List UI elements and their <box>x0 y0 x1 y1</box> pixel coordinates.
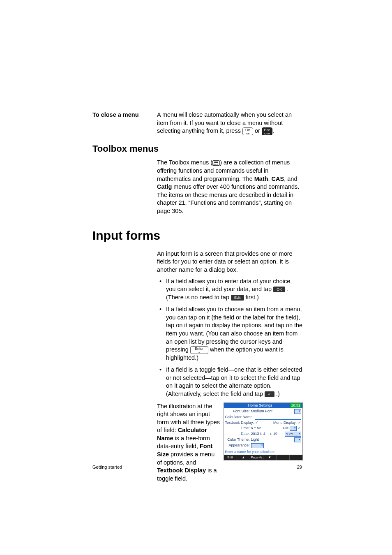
time-h: 6 <box>251 426 253 430</box>
calc-clock: 18:52 <box>290 403 301 408</box>
bullet-2: If a field allows you to choose an item … <box>157 305 303 362</box>
pm-label: PM <box>283 426 289 430</box>
appear-label: Appearance: <box>225 443 251 448</box>
pm-check[interactable]: ✓ <box>298 426 301 430</box>
menu-edit[interactable]: Edit <box>224 455 237 460</box>
color-dd[interactable] <box>294 437 301 442</box>
calc-name-field[interactable] <box>255 415 301 420</box>
heading-input-forms: Input forms <box>92 227 302 244</box>
pm-dd[interactable] <box>290 426 297 431</box>
time-sep: :: 52 <box>254 426 261 430</box>
font-size-value: Medium Font <box>251 409 294 414</box>
menu-disp-label: Menu Display: <box>273 421 298 425</box>
footer-left: Getting started <box>92 464 122 470</box>
calc-menu-bar: Edit ▲ Page ²⁄₄ ▼ <box>224 455 302 460</box>
calc-screenshot: Home Settings 18:52 Font Size: Medium Fo… <box>224 402 303 460</box>
illustration-row: The illustration at the right shows an i… <box>157 402 303 483</box>
menu-blank2[interactable] <box>290 455 302 460</box>
key-esc: Esc Clear <box>262 127 272 135</box>
calc-titlebar: Home Settings 18:52 <box>224 403 302 408</box>
period: . <box>272 127 274 134</box>
softkey-check: ✓ <box>265 391 274 397</box>
menu-blank1[interactable] <box>277 455 290 460</box>
date-s1: /: 4 <box>260 432 265 436</box>
font-size-label: Font Size: <box>225 409 251 414</box>
bullet-1: If a field allows you to enter data of y… <box>157 278 303 302</box>
section-close-menu: To close a menu A menu will close automa… <box>92 111 302 135</box>
illustration-text: The illustration at the right shows an i… <box>157 402 221 483</box>
or-text: or <box>255 127 262 134</box>
calc-name-label: Calculator Name: <box>225 415 255 419</box>
textbook-check[interactable]: ✓ <box>255 421 258 425</box>
menu-up[interactable]: ▲ <box>237 455 250 460</box>
menu-disp-check[interactable]: ✓ <box>298 421 301 425</box>
time-label: Time: <box>225 426 251 430</box>
page-footer: Getting started 29 <box>92 464 302 470</box>
toolbox-icon <box>212 160 220 166</box>
date-y: 2013 <box>251 432 259 436</box>
date-s2: /: 19 <box>270 432 278 436</box>
color-label: Color Theme: <box>225 437 251 442</box>
key-on: On Off <box>242 127 253 135</box>
heading-toolbox: Toolbox menus <box>92 143 302 155</box>
bullet-list: If a field allows you to enter data of y… <box>157 278 303 398</box>
softkey-ok: OK <box>273 287 285 292</box>
calc-hint: Enter a name for your calculator <box>224 449 302 455</box>
toolbox-body: The Toolbox menus () are a collection of… <box>157 159 303 215</box>
close-menu-body: A menu will close automatically when you… <box>157 111 303 135</box>
appear-dd[interactable] <box>251 443 264 448</box>
input-forms-intro: An input form is a screen that provides … <box>157 250 303 274</box>
bullet-3: If a field is a toggle field—one that is… <box>157 366 303 398</box>
key-enter: Enter ≈ <box>190 346 208 354</box>
date-label: Date: <box>225 432 251 436</box>
footer-right: 29 <box>297 464 302 470</box>
menu-page[interactable]: Page ²⁄₄ <box>250 455 263 460</box>
menu-down[interactable]: ▼ <box>263 455 277 460</box>
softkey-edit: Edit <box>231 295 244 301</box>
calc-title-text: Home Settings <box>248 403 272 408</box>
color-value: Light <box>251 437 294 442</box>
font-size-dd[interactable] <box>294 409 301 414</box>
yyy-dd[interactable]: YYY… <box>285 432 301 437</box>
input-forms-body: An input form is a screen that provides … <box>157 250 303 483</box>
side-heading-close: To close a menu <box>92 111 157 135</box>
textbook-label: Textbook Display: <box>225 421 256 425</box>
